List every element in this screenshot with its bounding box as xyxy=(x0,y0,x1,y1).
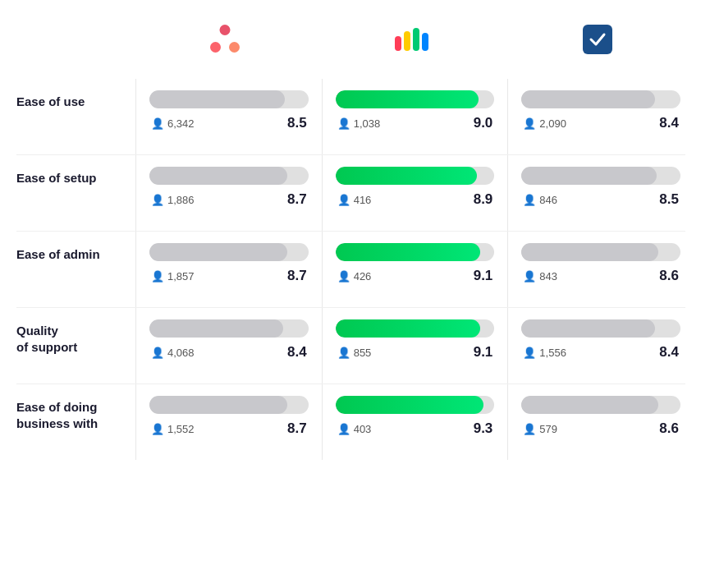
metric-asana-2: 👤1,8578.7 xyxy=(135,232,322,307)
count-value: 579 xyxy=(539,423,557,435)
score-monday-3: 9.1 xyxy=(474,344,493,361)
metric-asana-3: 👤4,0688.4 xyxy=(135,308,322,384)
asana-logo-icon xyxy=(210,25,240,54)
metric-monday-2: 👤4269.1 xyxy=(322,232,508,307)
person-icon: 👤 xyxy=(523,423,536,435)
metric-footer-smartsheet-1: 👤8468.5 xyxy=(521,191,680,208)
bar-track-monday-4 xyxy=(336,396,495,414)
metric-smartsheet-2: 👤8438.6 xyxy=(507,232,694,307)
bar-fill-monday-0 xyxy=(336,90,479,108)
reviewer-count-monday-0: 👤1,038 xyxy=(337,117,381,130)
monday-bar-1 xyxy=(395,36,401,51)
bar-track-monday-1 xyxy=(336,167,495,185)
count-value: 843 xyxy=(539,270,557,283)
metric-footer-monday-0: 👤1,0389.0 xyxy=(336,115,495,131)
person-icon: 👤 xyxy=(151,347,164,359)
bar-fill-asana-3 xyxy=(149,319,283,338)
bar-track-asana-4 xyxy=(149,396,309,414)
bar-fill-smartsheet-0 xyxy=(521,90,655,108)
bar-track-smartsheet-0 xyxy=(521,90,680,108)
count-value: 846 xyxy=(539,194,557,206)
metric-monday-3: 👤8559.1 xyxy=(322,308,508,384)
reviewer-count-asana-2: 👤1,857 xyxy=(151,270,195,283)
metric-footer-monday-3: 👤8559.1 xyxy=(336,344,495,361)
metric-footer-monday-2: 👤4269.1 xyxy=(336,268,495,284)
reviewer-count-monday-4: 👤403 xyxy=(337,423,372,435)
metric-asana-4: 👤1,5528.7 xyxy=(135,384,322,460)
bar-track-smartsheet-1 xyxy=(521,167,680,185)
score-asana-4: 8.7 xyxy=(287,420,307,437)
bar-track-asana-1 xyxy=(149,167,309,185)
bar-fill-monday-4 xyxy=(336,396,483,414)
bar-track-monday-3 xyxy=(336,319,495,338)
asana-dot-left xyxy=(210,42,221,53)
person-icon: 👤 xyxy=(151,117,164,130)
metric-footer-smartsheet-2: 👤8438.6 xyxy=(521,268,680,284)
metric-label-4: Ease of doingbusiness with xyxy=(8,384,135,460)
count-value: 1,857 xyxy=(167,270,195,283)
person-icon: 👤 xyxy=(151,270,164,283)
metric-monday-0: 👤1,0389.0 xyxy=(322,79,508,154)
metric-smartsheet-3: 👤1,5568.4 xyxy=(507,308,694,384)
count-value: 855 xyxy=(354,347,372,359)
metric-footer-smartsheet-3: 👤1,5568.4 xyxy=(521,344,680,361)
asana-dot-right xyxy=(229,42,240,53)
metric-footer-smartsheet-4: 👤5798.6 xyxy=(521,420,680,437)
count-value: 1,886 xyxy=(167,194,195,206)
smartsheet-header xyxy=(507,16,694,79)
metric-monday-4: 👤4039.3 xyxy=(322,384,508,460)
smartsheet-logo-wrap xyxy=(583,25,619,54)
score-monday-4: 9.3 xyxy=(474,420,493,437)
bar-fill-asana-0 xyxy=(149,90,285,108)
asana-dot-top xyxy=(220,25,231,35)
metric-smartsheet-4: 👤5798.6 xyxy=(507,384,694,460)
metric-monday-1: 👤4168.9 xyxy=(322,155,508,231)
count-value: 1,556 xyxy=(539,347,566,359)
bar-fill-smartsheet-2 xyxy=(521,243,658,261)
bar-track-monday-2 xyxy=(336,243,495,261)
monday-logo-wrap xyxy=(395,28,433,51)
person-icon: 👤 xyxy=(523,117,536,130)
score-asana-1: 8.7 xyxy=(287,191,307,208)
reviewer-count-asana-0: 👤6,342 xyxy=(151,117,195,130)
score-asana-3: 8.4 xyxy=(287,344,307,361)
metric-label-0: Ease of use xyxy=(8,79,135,154)
count-value: 2,090 xyxy=(539,117,566,130)
count-value: 416 xyxy=(354,194,372,206)
bar-track-asana-0 xyxy=(149,90,309,108)
count-value: 403 xyxy=(354,423,372,435)
score-monday-1: 8.9 xyxy=(474,191,493,208)
reviewer-count-smartsheet-2: 👤843 xyxy=(523,270,557,283)
count-value: 1,552 xyxy=(167,423,195,435)
monday-bar-2 xyxy=(404,31,410,51)
person-icon: 👤 xyxy=(523,347,536,359)
smartsheet-logo-icon xyxy=(583,25,612,54)
score-asana-2: 8.7 xyxy=(287,268,307,284)
score-smartsheet-1: 8.5 xyxy=(659,191,679,208)
person-icon: 👤 xyxy=(523,194,536,206)
reviewer-count-asana-3: 👤4,068 xyxy=(151,347,195,359)
metric-footer-monday-4: 👤4039.3 xyxy=(336,420,495,437)
reviewer-count-monday-3: 👤855 xyxy=(337,347,372,359)
reviewer-count-smartsheet-0: 👤2,090 xyxy=(523,117,566,130)
reviewer-count-smartsheet-1: 👤846 xyxy=(523,194,557,206)
bar-fill-asana-4 xyxy=(149,396,287,414)
person-icon: 👤 xyxy=(337,194,350,206)
score-smartsheet-2: 8.6 xyxy=(659,268,679,284)
score-smartsheet-3: 8.4 xyxy=(659,344,679,361)
metric-footer-asana-3: 👤4,0688.4 xyxy=(149,344,309,361)
person-icon: 👤 xyxy=(151,423,164,435)
metric-footer-asana-2: 👤1,8578.7 xyxy=(149,268,309,284)
metric-footer-asana-4: 👤1,5528.7 xyxy=(149,420,309,437)
bar-track-smartsheet-3 xyxy=(521,319,680,338)
bar-fill-smartsheet-3 xyxy=(521,319,655,338)
reviewer-count-smartsheet-4: 👤579 xyxy=(523,423,557,435)
score-smartsheet-0: 8.4 xyxy=(659,115,679,131)
metric-label-1: Ease of setup xyxy=(8,155,135,231)
monday-bar-3 xyxy=(413,28,419,51)
reviewer-count-monday-2: 👤426 xyxy=(337,270,372,283)
metric-label-2: Ease of admin xyxy=(8,232,135,307)
reviewer-count-asana-4: 👤1,552 xyxy=(151,423,195,435)
reviewer-count-smartsheet-3: 👤1,556 xyxy=(523,347,566,359)
metric-asana-0: 👤6,3428.5 xyxy=(135,79,322,154)
